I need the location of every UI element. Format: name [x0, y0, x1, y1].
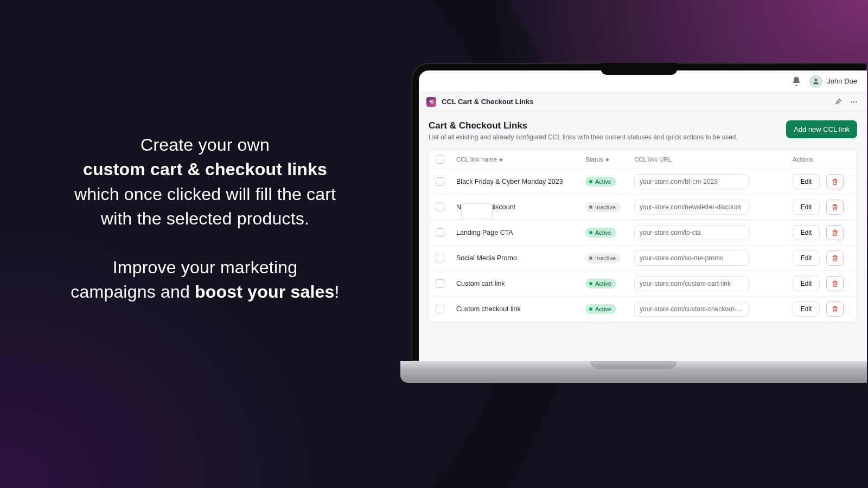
copy-line1: Create your own [141, 135, 270, 155]
copy-line6-bold: boost your sales [195, 282, 335, 301]
delete-button[interactable] [826, 225, 844, 240]
table-row: Landing Page CTAActiveyour-store.com/lp-… [429, 220, 857, 246]
status-badge: Active [585, 228, 616, 237]
copy-button[interactable]: Copy [461, 203, 493, 220]
page-title: Cart & Checkout Links [429, 120, 738, 131]
app-title: CCL Cart & Checkout Links [442, 98, 534, 106]
column-url: CCL link URL [634, 156, 754, 163]
laptop-notch [601, 63, 677, 75]
row-checkbox[interactable] [436, 279, 444, 288]
laptop-base [400, 361, 867, 383]
link-url-field[interactable]: your-store.com/custom-cart-link [634, 276, 749, 291]
delete-button[interactable] [826, 200, 844, 215]
app-header: ⟲ CCL Cart & Checkout Links [419, 92, 867, 112]
edit-button[interactable]: Edit [793, 301, 820, 317]
column-status[interactable]: Status ◆ [585, 156, 634, 163]
link-url-field[interactable]: your-store.com/newsletter-discount [634, 200, 749, 215]
edit-button[interactable]: Edit [793, 251, 820, 266]
status-badge: Active [585, 304, 616, 314]
pin-icon[interactable] [832, 97, 843, 107]
link-name: Black Friday & Cyber Monday 2023 [456, 178, 585, 185]
app-screen: John Doe ⟲ CCL Cart & Checkout Links [419, 70, 867, 361]
table-row: Custom cart linkActiveyour-store.com/cus… [429, 271, 857, 297]
link-url-field[interactable]: your-store.com/so-me-promo [634, 251, 749, 266]
link-url-field[interactable]: your-store.com/bf-cm-2023 [634, 174, 749, 189]
row-checkbox[interactable] [436, 203, 444, 211]
laptop-frame: John Doe ⟲ CCL Cart & Checkout Links [400, 63, 867, 383]
status-badge: Inactive [585, 202, 621, 212]
laptop-bezel: John Doe ⟲ CCL Cart & Checkout Links [411, 63, 867, 361]
marketing-copy: Create your own custom cart & checkout l… [42, 133, 368, 305]
sort-icon: ◆ [605, 157, 609, 162]
svg-point-0 [815, 79, 818, 81]
link-name: Custom cart link [456, 280, 585, 287]
more-icon[interactable] [848, 97, 859, 107]
delete-button[interactable] [826, 276, 844, 291]
page-description: List of all existing and already configu… [429, 133, 738, 141]
row-checkbox[interactable] [436, 254, 444, 262]
row-checkbox[interactable] [436, 305, 444, 313]
link-name: Landing Page CTA [456, 229, 585, 236]
app-logo-icon: ⟲ [426, 97, 436, 107]
status-badge: Active [585, 177, 616, 187]
edit-button[interactable]: Edit [793, 174, 820, 189]
copy-line5: Improve your marketing [113, 258, 298, 277]
column-status-label: Status [585, 156, 603, 163]
links-table: CCL link name ◆ Status ◆ CCL link URL Ac… [429, 150, 857, 322]
svg-point-3 [856, 101, 857, 102]
table-row: Social Media PromoInactiveyour-store.com… [429, 246, 857, 271]
edit-button[interactable]: Edit [793, 200, 820, 215]
column-name-label: CCL link name [456, 156, 497, 163]
link-name: Social Media Promo [456, 254, 585, 262]
user-name: John Doe [827, 77, 857, 85]
table-header: CCL link name ◆ Status ◆ CCL link URL Ac… [429, 150, 857, 169]
delete-button[interactable] [826, 174, 844, 189]
copy-line6-pre: campaigns and [71, 282, 195, 301]
copy-line2: custom cart & checkout links [83, 159, 327, 179]
select-all-checkbox[interactable] [436, 155, 444, 164]
add-new-link-button[interactable]: Add new CCL link [786, 120, 857, 138]
link-url-field[interactable]: your-store.com/lp-cta [634, 225, 749, 240]
avatar-icon [809, 75, 822, 88]
edit-button[interactable]: Edit [793, 276, 820, 291]
delete-button[interactable] [826, 251, 844, 266]
table-row: Newsletter discountInactiveyour-store.co… [429, 195, 857, 220]
table-row: Black Friday & Cyber Monday 2023Activeyo… [429, 169, 857, 195]
user-menu[interactable]: John Doe [809, 75, 857, 88]
status-badge: Active [585, 279, 616, 288]
copy-line3: which once clicked will fill the cart [74, 184, 336, 204]
sort-icon: ◆ [499, 157, 503, 162]
edit-button[interactable]: Edit [793, 225, 820, 240]
svg-point-2 [853, 101, 854, 102]
column-name[interactable]: CCL link name ◆ [456, 156, 585, 163]
notifications-icon[interactable] [791, 76, 802, 87]
link-name: Custom checkout link [456, 305, 585, 313]
page-content: Cart & Checkout Links List of all existi… [419, 112, 867, 361]
status-badge: Inactive [585, 253, 621, 263]
svg-point-1 [851, 101, 852, 102]
copy-line6-post: ! [335, 282, 340, 301]
copy-line4: with the selected products. [101, 209, 309, 228]
link-url-field[interactable]: your-store.com/custom-checkout-link [634, 301, 749, 317]
column-actions: Actions [793, 156, 850, 163]
delete-button[interactable] [826, 301, 844, 317]
row-checkbox[interactable] [436, 177, 444, 186]
table-row: Custom checkout linkActiveyour-store.com… [429, 297, 857, 322]
row-checkbox[interactable] [436, 228, 444, 237]
